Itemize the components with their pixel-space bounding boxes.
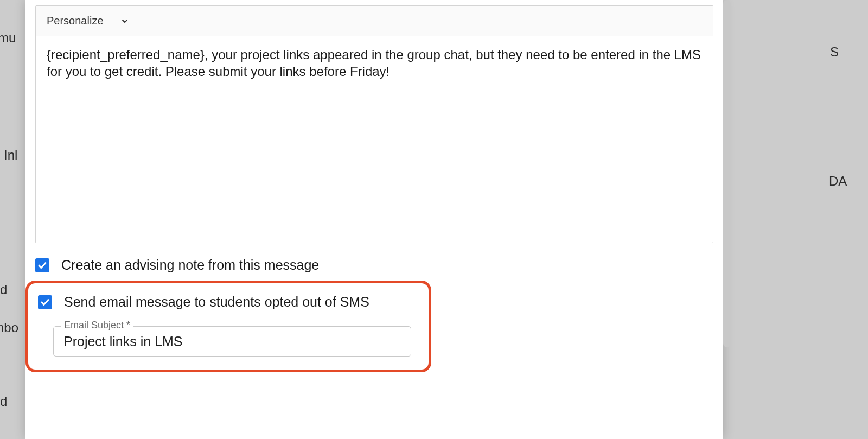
create-advising-note-row: Create an advising note from this messag…	[35, 257, 713, 273]
email-subject-field-wrapper: Email Subject *	[53, 326, 411, 357]
chevron-down-icon	[120, 16, 130, 26]
message-options: Create an advising note from this messag…	[25, 243, 723, 372]
send-email-optout-row: Send email message to students opted out…	[36, 294, 421, 310]
message-editor: Personalize {recipient_preferred_name}, …	[35, 5, 713, 243]
background-text-fragment: DA	[829, 174, 847, 189]
create-advising-note-checkbox[interactable]	[35, 258, 49, 272]
email-subject-label: Email Subject *	[61, 320, 133, 331]
message-body-textarea[interactable]: {recipient_preferred_name}, your project…	[36, 36, 713, 243]
send-email-optout-checkbox[interactable]	[38, 295, 52, 309]
background-text-fragment: nbo	[0, 320, 18, 335]
modal-scrollbar[interactable]	[723, 0, 731, 347]
background-text-fragment: mu	[0, 30, 16, 46]
background-text-fragment: S	[830, 44, 839, 60]
personalize-dropdown-label: Personalize	[47, 15, 104, 27]
personalize-dropdown[interactable]: Personalize	[47, 15, 130, 27]
background-text-fragment: d	[0, 394, 7, 409]
background-text-fragment: Inl	[4, 148, 17, 163]
send-email-optout-label: Send email message to students opted out…	[64, 294, 369, 310]
editor-toolbar: Personalize	[36, 6, 713, 36]
send-email-optout-highlight: Send email message to students opted out…	[25, 281, 431, 372]
background-text-fragment: d	[0, 282, 7, 297]
create-advising-note-label: Create an advising note from this messag…	[61, 257, 319, 273]
compose-message-panel: Personalize {recipient_preferred_name}, …	[25, 0, 723, 439]
